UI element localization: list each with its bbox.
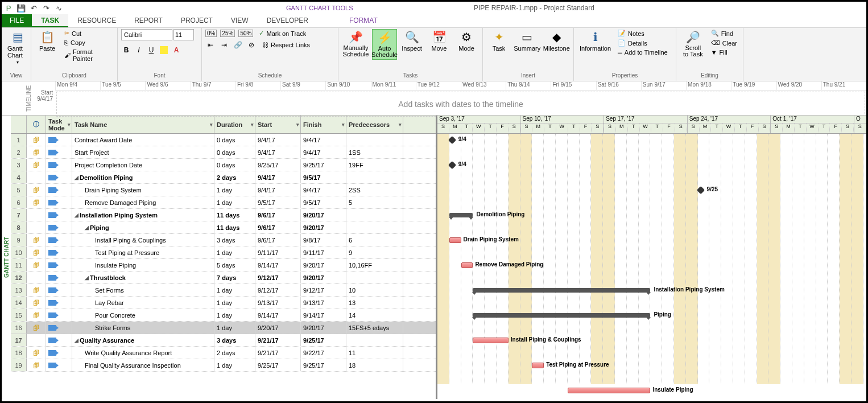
table-row[interactable]: 15 🗐 Pour Concrete 1 day 9/14/17 9/14/17… [11,309,436,322]
paste-button[interactable]: 📋Paste [35,29,60,53]
notes-button[interactable]: 📝Notes [615,29,670,38]
row-number[interactable]: 4 [11,171,27,183]
header-start[interactable]: Start▾ [255,116,301,133]
mode-cell[interactable] [46,359,72,371]
information-button[interactable]: ℹInformation [577,29,613,53]
gantt-chart-button[interactable]: ▤Gantt Chart▾ [5,29,30,66]
row-number[interactable]: 13 [11,284,27,296]
finish-cell[interactable]: 9/20/17 [301,209,346,221]
task-button[interactable]: ✦Task [486,29,511,53]
mode-cell[interactable] [46,221,72,233]
task-bar[interactable] [473,338,508,343]
duration-cell[interactable]: 3 days [214,234,255,246]
finish-cell[interactable]: 9/20/17 [301,259,346,271]
finish-cell[interactable]: 9/4/17 [301,146,346,158]
finish-cell[interactable]: 9/25/17 [301,359,346,371]
mode-cell[interactable] [46,159,72,171]
mode-cell[interactable] [46,347,72,359]
start-cell[interactable]: 9/21/17 [255,347,301,359]
add-timeline-button[interactable]: ═Add to Timeline [615,48,670,56]
mode-cell[interactable] [46,334,72,346]
predecessors-cell[interactable]: 1SS [346,146,403,158]
collapse-icon[interactable]: ◢ [85,225,89,231]
details-button[interactable]: 📄Details [615,39,670,47]
task-name-cell[interactable]: Drain Piping System [72,184,214,196]
table-row[interactable]: 2 🗐 Start Project 0 days 9/4/17 9/4/17 1… [11,146,436,159]
finish-cell[interactable]: 9/5/17 [301,196,346,208]
mode-cell[interactable] [46,322,72,334]
mode-cell[interactable] [46,284,72,296]
duration-cell[interactable]: 1 day [214,359,255,371]
scroll-to-task-button[interactable]: 🔎Scroll to Task [680,29,706,59]
start-cell[interactable]: 9/25/17 [255,359,301,371]
task-bar[interactable] [461,262,473,268]
task-name-cell[interactable]: ◢Quality Assurance [72,334,214,346]
header-duration[interactable]: Duration▾ [214,116,255,133]
duration-cell[interactable]: 1 day [214,309,255,321]
table-row[interactable]: 10 🗐 Test Piping at Pressure 1 day 9/11/… [11,246,436,259]
mode-cell[interactable] [46,196,72,208]
mode-cell[interactable] [46,134,72,146]
row-number[interactable]: 16 [11,322,27,334]
fill-button[interactable]: ▼Fill [709,48,739,56]
progress-50-icon[interactable]: 50% [238,30,253,37]
outdent-button[interactable]: ⇤ [205,40,216,50]
move-button[interactable]: 📅Move [427,29,452,53]
table-row[interactable]: 4 ◢Demolition Piping 2 days 9/4/17 9/5/1… [11,171,436,184]
task-name-cell[interactable]: ◢Piping [72,221,214,233]
row-number[interactable]: 5 [11,184,27,196]
summary-button[interactable]: ▭Summary [514,29,541,53]
format-painter-button[interactable]: 🖌Format Painter [62,48,114,63]
finish-cell[interactable]: 9/4/17 [301,134,346,146]
duration-cell[interactable]: 2 days [214,347,255,359]
predecessors-cell[interactable] [346,272,403,283]
predecessors-cell[interactable] [346,334,403,346]
mode-button[interactable]: ⚙Mode [454,29,479,53]
start-cell[interactable]: 9/25/17 [255,159,301,171]
row-number[interactable]: 15 [11,309,27,321]
milestone-bar[interactable] [697,186,705,194]
predecessors-cell[interactable]: 5 [346,196,403,208]
finish-cell[interactable]: 9/25/17 [301,334,346,346]
inspect-button[interactable]: 🔍Inspect [399,29,424,53]
table-row[interactable]: 19 🗐 Final Quality Assurance Inspection … [11,359,436,372]
predecessors-cell[interactable]: 11 [346,347,403,359]
start-cell[interactable]: 9/6/17 [255,221,301,233]
start-cell[interactable]: 9/4/17 [255,146,301,158]
collapse-icon[interactable]: ◢ [75,338,78,343]
unlink-button[interactable]: ⊘ [246,40,257,50]
table-row[interactable]: 13 🗐 Set Forms 1 day 9/12/17 9/12/17 10 [11,284,436,297]
tab-format[interactable]: FORMAT [340,14,387,27]
finish-cell[interactable]: 9/5/17 [301,171,346,183]
start-cell[interactable]: 9/4/17 [255,171,301,183]
predecessors-cell[interactable]: 6 [346,234,403,246]
summary-bar[interactable] [449,213,473,217]
task-name-cell[interactable]: Final Quality Assurance Inspection [72,359,214,371]
tab-view[interactable]: VIEW [222,14,258,27]
header-indicator[interactable]: ⓘ [27,116,46,133]
row-number[interactable]: 7 [11,209,27,221]
mode-cell[interactable] [46,272,72,283]
task-name-cell[interactable]: Lay Rebar [72,297,214,309]
finish-cell[interactable]: 9/13/17 [301,297,346,309]
milestone-button[interactable]: ◆Milestone [543,29,571,53]
row-number[interactable]: 11 [11,259,27,271]
finish-cell[interactable]: 9/11/17 [301,246,346,258]
duration-cell[interactable]: 3 days [214,334,255,346]
task-name-cell[interactable]: Start Project [72,146,214,158]
task-bar[interactable] [449,237,461,243]
row-number[interactable]: 14 [11,297,27,309]
duration-cell[interactable]: 2 days [214,171,255,183]
pulse-icon[interactable]: ∿ [54,3,63,13]
task-name-cell[interactable]: Test Piping at Pressure [72,246,214,258]
start-cell[interactable]: 9/4/17 [255,134,301,146]
table-row[interactable]: 5 🗐 Drain Piping System 1 day 9/4/17 9/4… [11,184,436,196]
undo-icon[interactable]: ↶ [29,3,38,13]
duration-cell[interactable]: 1 day [214,322,255,334]
tab-resource[interactable]: RESOURCE [68,14,125,27]
table-row[interactable]: 18 🗐 Write Quality Assurance Report 2 da… [11,347,436,359]
font-color-button[interactable]: A [171,45,181,55]
mode-cell[interactable] [46,309,72,321]
start-cell[interactable]: 9/6/17 [255,209,301,221]
task-name-cell[interactable]: Write Quality Assurance Report [72,347,214,359]
